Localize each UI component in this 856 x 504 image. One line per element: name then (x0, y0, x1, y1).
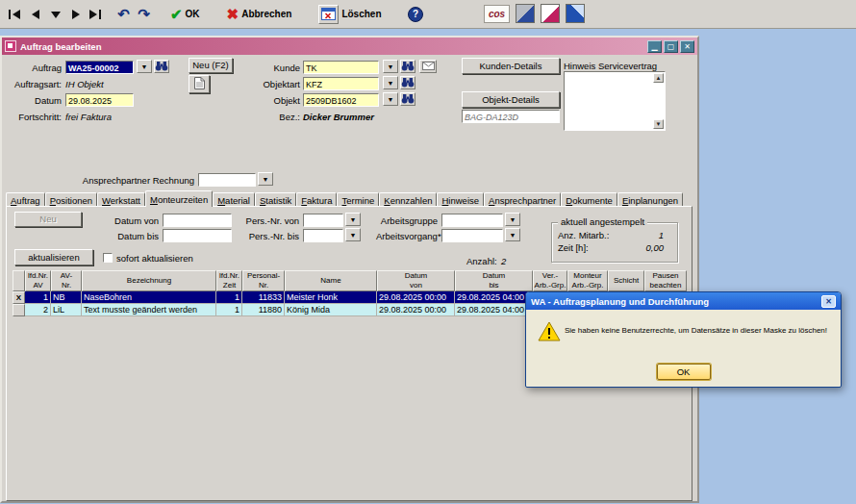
nav-dropdown-button[interactable] (45, 4, 65, 25)
tab-statistik[interactable]: Statistik (255, 192, 296, 207)
nav-first-button[interactable] (5, 4, 25, 25)
help-button[interactable]: ? (406, 4, 426, 25)
ansprechpartner-field[interactable] (198, 173, 256, 187)
neu-f2-button[interactable]: Neu (F2) (189, 58, 233, 73)
arbeitsvorgang-dropdown-button[interactable]: ▼ (505, 228, 520, 241)
table-header[interactable]: Ver.- Arb.-Grp. (533, 270, 567, 291)
datum-field[interactable]: 29.08.2025 (65, 93, 134, 107)
objekt-details-field[interactable]: BAG-DA123D (462, 110, 560, 123)
kunden-details-button[interactable]: Kunden-Details (462, 58, 560, 74)
close-button[interactable]: ✕ (680, 40, 694, 53)
minimize-button[interactable]: ▁ (647, 40, 662, 53)
objekt-field[interactable]: 2509DB1602 (303, 93, 379, 107)
table-header[interactable]: Pausen beachten (644, 270, 687, 291)
tab-hinweise[interactable]: Hinweise (437, 192, 484, 207)
desktop: Auftrag bearbeiten ▁ ▢ ✕ Auftrag WA25-00… (0, 29, 856, 503)
app-icon-3[interactable] (566, 4, 585, 23)
maximize-button[interactable]: ▢ (664, 40, 678, 53)
cell-lfdnr-av: 1 (25, 291, 51, 304)
nav-next-button[interactable] (65, 4, 86, 25)
tab-monteurzeiten[interactable]: Monteurzeiten (145, 190, 213, 207)
arbeitsgruppe-dropdown-button[interactable]: ▼ (505, 213, 520, 226)
dialog-close-button[interactable]: ✕ (821, 295, 836, 308)
table-header-selector[interactable] (13, 270, 25, 291)
arbeitsgruppe-input[interactable] (441, 214, 503, 227)
kunde-dropdown-button[interactable]: ▼ (383, 60, 398, 73)
arbeitsgruppe-label: Arbeitsgruppe (376, 214, 438, 227)
objekt-search-button[interactable] (400, 92, 415, 106)
app-icon-1[interactable] (516, 4, 535, 23)
hinweis-textarea[interactable]: ▲ ▼ (564, 71, 666, 131)
tab-dokumente[interactable]: Dokumente (561, 192, 617, 207)
scroll-down-icon[interactable]: ▼ (653, 119, 664, 129)
tab-termine[interactable]: Termine (337, 192, 379, 207)
cos-logo[interactable]: cos (484, 5, 510, 23)
scroll-up-icon[interactable]: ▲ (653, 73, 664, 83)
objektart-field[interactable]: KFZ (303, 77, 379, 90)
arbeitsvorgang-input[interactable] (441, 229, 503, 242)
zeit-value: 0,00 (635, 241, 664, 254)
dialog-message: Sie haben keine Benutzerrechte, um Daten… (565, 326, 840, 335)
dialog-ok-button[interactable]: OK (657, 364, 711, 380)
auftrag-search-button[interactable] (154, 60, 169, 73)
document-icon (194, 77, 205, 91)
auftrag-dropdown-button[interactable]: ▼ (137, 60, 152, 73)
table-header[interactable]: Datum bis (455, 270, 533, 291)
pers-nr-von-input[interactable] (303, 214, 343, 227)
dialog-titlebar[interactable]: WA - Auftragsplanung und Durchführung ✕ (526, 292, 841, 310)
window-titlebar[interactable]: Auftrag bearbeiten ▁ ▢ ✕ (2, 38, 697, 55)
kunde-search-button[interactable] (400, 60, 415, 73)
tab-auftrag[interactable]: Auftrag (6, 192, 45, 207)
pers-nr-bis-dropdown-button[interactable]: ▼ (345, 228, 361, 241)
table-header[interactable]: Datum von (377, 270, 455, 291)
kunde-field[interactable]: TK (303, 61, 379, 74)
ok-button[interactable]: ✔ OK (167, 4, 205, 25)
panel-neu-button[interactable]: Neu (14, 212, 82, 227)
objektart-dropdown-button[interactable]: ▼ (383, 76, 398, 89)
cancel-button[interactable]: ✖ Abbrechen (224, 4, 297, 25)
nav-previous-button[interactable] (25, 4, 45, 25)
new-document-button[interactable] (189, 75, 210, 93)
tab-faktura[interactable]: Faktura (296, 192, 337, 207)
table-header[interactable]: Bezeichnung (82, 270, 216, 291)
table-header[interactable]: lfd.Nr. Zeit (216, 270, 242, 291)
table-header[interactable]: Name (285, 270, 377, 291)
dropdown-icon: ▼ (510, 216, 516, 223)
objekt-details-button[interactable]: Objekt-Details (462, 91, 560, 108)
ansprechpartner-dropdown-button[interactable]: ▼ (258, 172, 273, 186)
sofort-aktualisieren-checkbox[interactable] (103, 253, 113, 263)
nav-last-button[interactable] (86, 4, 106, 25)
tab-werkstatt[interactable]: Werkstatt (97, 192, 145, 207)
tab-einplanungen[interactable]: Einplanungen (617, 192, 683, 207)
tab-positionen[interactable]: Positionen (45, 192, 97, 207)
cell-datum-bis: 29.08.2025 04:00 (455, 291, 533, 304)
table-header[interactable]: Personal- Nr. (242, 270, 285, 291)
undo-button[interactable]: ↶ (113, 4, 134, 25)
hinweis-scrollbar: ▲ ▼ (653, 73, 664, 129)
table-header[interactable]: Monteur Arb.-Grp. (567, 270, 608, 291)
pers-nr-bis-input[interactable] (303, 229, 343, 242)
table-header-row: lfd.Nr. AV AV- Nr. Bezeichnung lfd.Nr. Z… (13, 270, 687, 291)
table-header[interactable]: lfd.Nr. AV (25, 270, 51, 291)
angestempelt-title: aktuell angestempelt (558, 216, 647, 227)
objektart-search-button[interactable] (400, 76, 415, 89)
datum-bis-input[interactable] (163, 229, 232, 242)
ok-label: OK (186, 9, 200, 19)
auftrag-field[interactable]: WA25-00002 (65, 61, 134, 74)
tab-ansprechpartner[interactable]: Ansprechpartner (484, 192, 561, 207)
table-header[interactable]: AV- Nr. (51, 270, 82, 291)
datum-von-input[interactable] (163, 214, 232, 227)
objekt-dropdown-button[interactable]: ▼ (383, 92, 398, 106)
aktualisieren-button[interactable]: aktualisieren (14, 249, 93, 265)
anz-mitarb-label: Anz. Mitarb.: (558, 229, 609, 241)
redo-button[interactable]: ↷ (134, 4, 154, 25)
anzahl-label: Anzahl: (466, 255, 497, 267)
pers-nr-von-dropdown-button[interactable]: ▼ (345, 213, 361, 226)
tab-material[interactable]: Material (213, 192, 255, 207)
table-header[interactable]: Schicht (608, 270, 644, 291)
tab-kennzahlen[interactable]: Kennzahlen (379, 192, 437, 207)
kunde-label: Kunde (242, 62, 300, 74)
delete-button[interactable]: Löschen (315, 4, 386, 25)
kunde-letter-button[interactable] (419, 60, 437, 73)
app-icon-2[interactable] (541, 4, 560, 23)
